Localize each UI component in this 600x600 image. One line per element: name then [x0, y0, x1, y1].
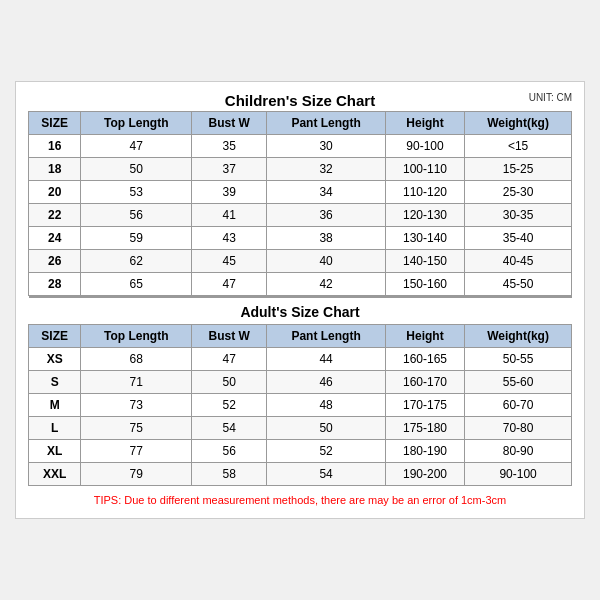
list-item: 68	[81, 348, 192, 371]
table-row: 18503732100-11015-25	[29, 158, 572, 181]
list-item: 44	[267, 348, 386, 371]
adult-col-top-length: Top Length	[81, 325, 192, 348]
list-item: 38	[267, 227, 386, 250]
adult-col-size: SIZE	[29, 325, 81, 348]
list-item: 50	[192, 371, 267, 394]
adult-header-row: SIZE Top Length Bust W Pant Length Heigh…	[29, 325, 572, 348]
list-item: 30	[267, 135, 386, 158]
list-item: 15-25	[465, 158, 572, 181]
list-item: 50	[267, 417, 386, 440]
list-item: 130-140	[385, 227, 464, 250]
list-item: 24	[29, 227, 81, 250]
list-item: 28	[29, 273, 81, 296]
list-item: 190-200	[385, 463, 464, 486]
list-item: 59	[81, 227, 192, 250]
table-row: M735248170-17560-70	[29, 394, 572, 417]
list-item: 47	[192, 273, 267, 296]
list-item: 90-100	[385, 135, 464, 158]
list-item: 47	[81, 135, 192, 158]
col-top-length: Top Length	[81, 112, 192, 135]
list-item: 75	[81, 417, 192, 440]
table-row: XL775652180-19080-90	[29, 440, 572, 463]
list-item: 26	[29, 250, 81, 273]
list-item: 30-35	[465, 204, 572, 227]
children-header-row: SIZE Top Length Bust W Pant Length Heigh…	[29, 112, 572, 135]
list-item: 73	[81, 394, 192, 417]
main-title: Children's Size Chart UNIT: CM	[28, 92, 572, 109]
list-item: 36	[267, 204, 386, 227]
col-pant-length: Pant Length	[267, 112, 386, 135]
table-row: 26624540140-15040-45	[29, 250, 572, 273]
list-item: 50	[81, 158, 192, 181]
list-item: 180-190	[385, 440, 464, 463]
adult-body: XS684744160-16550-55S715046160-17055-60M…	[29, 348, 572, 486]
list-item: 90-100	[465, 463, 572, 486]
list-item: 55-60	[465, 371, 572, 394]
list-item: S	[29, 371, 81, 394]
children-table: SIZE Top Length Bust W Pant Length Heigh…	[28, 111, 572, 296]
list-item: 16	[29, 135, 81, 158]
list-item: 32	[267, 158, 386, 181]
list-item: 56	[192, 440, 267, 463]
list-item: 18	[29, 158, 81, 181]
list-item: XXL	[29, 463, 81, 486]
adult-title-row: Adult's Size Chart	[29, 297, 572, 325]
list-item: 37	[192, 158, 267, 181]
list-item: 43	[192, 227, 267, 250]
list-item: 46	[267, 371, 386, 394]
list-item: 120-130	[385, 204, 464, 227]
list-item: 50-55	[465, 348, 572, 371]
list-item: 79	[81, 463, 192, 486]
list-item: 110-120	[385, 181, 464, 204]
list-item: 45-50	[465, 273, 572, 296]
list-item: <15	[465, 135, 572, 158]
list-item: L	[29, 417, 81, 440]
list-item: 53	[81, 181, 192, 204]
list-item: 58	[192, 463, 267, 486]
adult-section-title: Adult's Size Chart	[29, 297, 572, 325]
table-row: 28654742150-16045-50	[29, 273, 572, 296]
adult-col-bust-w: Bust W	[192, 325, 267, 348]
table-row: XS684744160-16550-55	[29, 348, 572, 371]
list-item: 34	[267, 181, 386, 204]
list-item: 160-170	[385, 371, 464, 394]
col-size: SIZE	[29, 112, 81, 135]
list-item: 54	[192, 417, 267, 440]
list-item: 60-70	[465, 394, 572, 417]
list-item: 100-110	[385, 158, 464, 181]
table-row: 24594338130-14035-40	[29, 227, 572, 250]
list-item: 160-165	[385, 348, 464, 371]
unit-label: UNIT: CM	[529, 92, 572, 103]
adult-col-weight: Weight(kg)	[465, 325, 572, 348]
list-item: 35-40	[465, 227, 572, 250]
table-row: S715046160-17055-60	[29, 371, 572, 394]
children-title: Children's Size Chart	[225, 92, 375, 109]
children-body: 1647353090-100<1518503732100-11015-25205…	[29, 135, 572, 296]
table-row: 20533934110-12025-30	[29, 181, 572, 204]
list-item: XL	[29, 440, 81, 463]
tips-text: TIPS: Due to different measurement metho…	[28, 494, 572, 506]
adult-col-pant-length: Pant Length	[267, 325, 386, 348]
col-weight: Weight(kg)	[465, 112, 572, 135]
list-item: 70-80	[465, 417, 572, 440]
adult-table: Adult's Size Chart SIZE Top Length Bust …	[28, 296, 572, 486]
chart-container: Children's Size Chart UNIT: CM SIZE Top …	[15, 81, 585, 519]
list-item: 150-160	[385, 273, 464, 296]
list-item: 25-30	[465, 181, 572, 204]
list-item: 140-150	[385, 250, 464, 273]
list-item: 175-180	[385, 417, 464, 440]
list-item: 47	[192, 348, 267, 371]
list-item: 40	[267, 250, 386, 273]
list-item: M	[29, 394, 81, 417]
list-item: 20	[29, 181, 81, 204]
list-item: 170-175	[385, 394, 464, 417]
list-item: 42	[267, 273, 386, 296]
list-item: 35	[192, 135, 267, 158]
table-row: L755450175-18070-80	[29, 417, 572, 440]
list-item: 62	[81, 250, 192, 273]
list-item: 52	[267, 440, 386, 463]
table-row: 1647353090-100<15	[29, 135, 572, 158]
list-item: 80-90	[465, 440, 572, 463]
list-item: 52	[192, 394, 267, 417]
list-item: 54	[267, 463, 386, 486]
